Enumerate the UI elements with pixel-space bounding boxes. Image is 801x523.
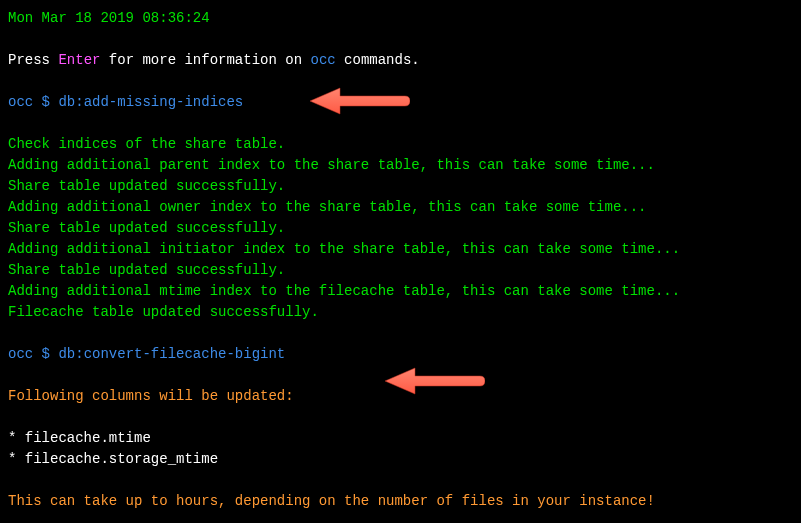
blank-line (8, 71, 793, 92)
blank-line (8, 407, 793, 428)
intro-press: Press (8, 52, 58, 68)
command-line-1[interactable]: occ $ db:add-missing-indices (8, 92, 793, 113)
output-line: Adding additional owner index to the sha… (8, 197, 793, 218)
prompt-prefix: occ $ (8, 346, 58, 362)
intro-line: Press Enter for more information on occ … (8, 50, 793, 71)
output-line: Adding additional initiator index to the… (8, 239, 793, 260)
output-line: Check indices of the share table. (8, 134, 793, 155)
output-header: Following columns will be updated: (8, 386, 793, 407)
output-line: Adding additional parent index to the sh… (8, 155, 793, 176)
output-item: * filecache.storage_mtime (8, 449, 793, 470)
output-line: Share table updated successfully. (8, 218, 793, 239)
blank-line (8, 470, 793, 491)
command-text: db:add-missing-indices (58, 94, 243, 110)
output-line: Filecache table updated successfully. (8, 302, 793, 323)
intro-mid: for more information on (100, 52, 310, 68)
output-line: Adding additional mtime index to the fil… (8, 281, 793, 302)
output-line: Share table updated successfully. (8, 176, 793, 197)
blank-line (8, 323, 793, 344)
output-item: * filecache.mtime (8, 428, 793, 449)
blank-line (8, 365, 793, 386)
command-line-2[interactable]: occ $ db:convert-filecache-bigint (8, 344, 793, 365)
intro-tail: commands. (336, 52, 420, 68)
output-line: Share table updated successfully. (8, 260, 793, 281)
command-text: db:convert-filecache-bigint (58, 346, 285, 362)
blank-line (8, 113, 793, 134)
intro-enter: Enter (58, 52, 100, 68)
output-warning: This can take up to hours, depending on … (8, 491, 793, 512)
prompt-prefix: occ $ (8, 94, 58, 110)
intro-occ: occ (310, 52, 335, 68)
blank-line (8, 29, 793, 50)
timestamp: Mon Mar 18 2019 08:36:24 (8, 8, 793, 29)
